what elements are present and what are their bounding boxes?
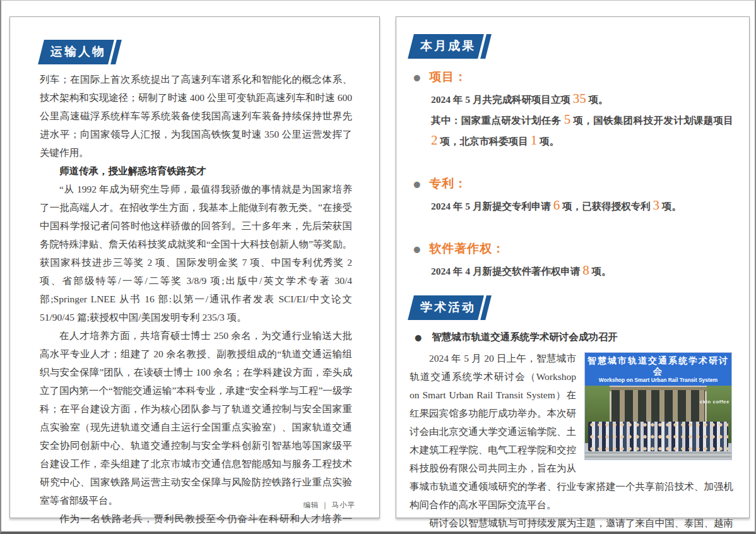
coffee-sign-text: ckin coffee	[700, 393, 729, 411]
section-flag-academic-activities: 学术活动	[408, 295, 492, 320]
software-line: 2024 年 4 月新提交软件著作权申请 8 项。	[431, 261, 733, 282]
academic-body: 智慧城市轨道交通系统学术研讨会 Workshop on Smart Urban …	[410, 349, 733, 534]
section-title: 本月成果	[420, 38, 476, 54]
patents-granted-count: 3	[653, 198, 660, 213]
page-right: 本月成果 ● 项目： 2024 年 5 月共完成科研项目立项 35 项。 其中：…	[396, 16, 750, 518]
spacer	[410, 282, 733, 295]
bullet-icon: ●	[415, 333, 422, 342]
spacer	[410, 151, 733, 165]
page-left: 运输人物 列车；在国际上首次系统提出了高速列车谱系化和智能化的概念体系、技术架构…	[9, 16, 380, 518]
bullet-icon: ●	[413, 179, 420, 189]
projects-label: 项目：	[429, 69, 467, 85]
section-flag-transport-people: 运输人物	[38, 40, 122, 64]
achievement-projects: ● 项目： 2024 年 5 月共完成科研项目立项 35 项。 其中：国家重点研…	[413, 69, 733, 151]
projects-line-1: 2024 年 5 月共完成科研项目立项 35 项。	[431, 89, 733, 110]
projects-total-count: 35	[573, 91, 586, 106]
achievement-software-copyright: ● 软件著作权： 2024 年 4 月新提交软件著作权申请 8 项。	[413, 240, 733, 282]
photo-banner-title-cn: 智慧城市轨道交通系统学术研讨会	[586, 355, 730, 377]
software-label: 软件著作权：	[429, 240, 505, 257]
patents-line: 2024 年 5 月新提交专利申请 6 项，已获得授权专利 3 项。	[431, 196, 733, 217]
sub-heading: 师道传承，授业解惑培育铁路英才	[40, 162, 352, 180]
bullet-icon: ●	[413, 244, 420, 254]
projects-national-count: 5	[564, 112, 571, 127]
editor-credit: 编辑 ｜ 马小平	[303, 501, 355, 510]
achievement-patents: ● 专利： 2024 年 5 月新提交专利申请 6 项，已获得授权专利 3 项。	[413, 175, 733, 217]
section-title: 运输人物	[50, 44, 106, 60]
projects-railway-count: 2	[431, 133, 438, 148]
workshop-title: 智慧城市轨道交通系统学术研讨会成功召开	[432, 331, 618, 344]
projects-beijing-count: 1	[531, 133, 538, 148]
patents-label: 专利：	[429, 175, 467, 192]
paragraph-continuation: 列车；在国际上首次系统提出了高速列车谱系化和智能化的概念体系、技术架构和实现途径…	[40, 70, 352, 162]
bullet-icon: ●	[413, 73, 420, 82]
group-photo-image: ckin coffee	[585, 386, 731, 460]
spacer	[410, 217, 733, 230]
projects-line-2: 其中：国家重点研发计划任务 5 项，国铁集团科技开发计划课题项目 2 项，北京市…	[431, 110, 733, 151]
section-title: 学术活动	[420, 299, 476, 316]
building-steps	[585, 450, 731, 460]
newsletter-spread: 运输人物 列车；在国际上首次系统提出了高速列车谱系化和智能化的概念体系、技术架构…	[0, 0, 756, 534]
section-flag-monthly-results: 本月成果	[408, 34, 492, 59]
paragraph-mentorship: “从 1992 年成为研究生导师，最值得我骄傲的事情就是为国家培养了一批高端人才…	[40, 180, 352, 326]
crowd-of-attendees	[588, 422, 729, 451]
paragraph-closing: 作为一名铁路老兵，贾利民教授至今仍奋斗在科研和人才培养一线，积极面向国家战略需求…	[40, 509, 352, 534]
spacer	[40, 64, 352, 70]
photo-banner: 智慧城市轨道交通系统学术研讨会 Workshop on Smart Urban …	[585, 353, 731, 386]
paragraph-talent: 在人才培养方面，共培育硕士博士 250 余名，为交通行业输送大批高水平专业人才；…	[40, 326, 352, 509]
software-count: 8	[582, 263, 589, 278]
academic-item-title-row: ● 智慧城市轨道交通系统学术研讨会成功召开	[415, 331, 733, 344]
patents-submitted-count: 6	[553, 198, 560, 213]
academic-paragraph-2: 研讨会以智慧城轨与可持续发展为主题，邀请了来自中国、泰国、越南等多个国家的 5 …	[410, 514, 733, 534]
photo-banner-title-en: Workshop on Smart Urban Rail Transit Sys…	[586, 377, 730, 384]
workshop-group-photo: 智慧城市轨道交通系统学术研讨会 Workshop on Smart Urban …	[584, 352, 732, 460]
